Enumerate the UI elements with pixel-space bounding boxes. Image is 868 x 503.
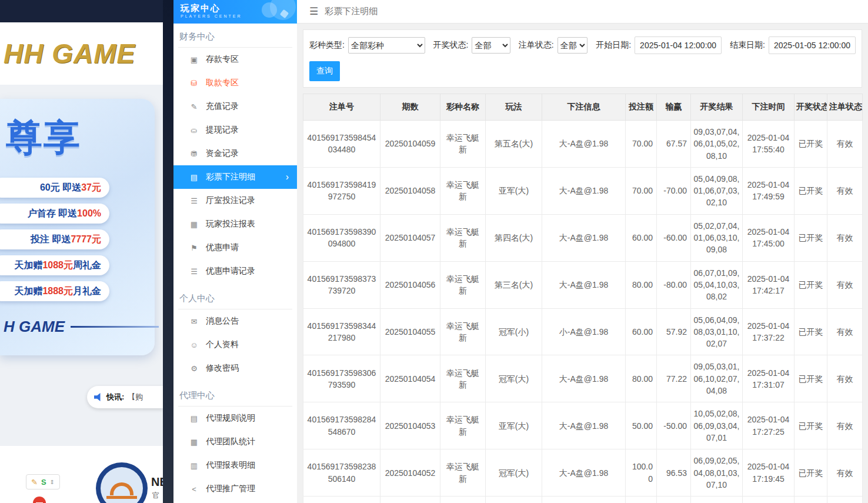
chart-grid-icon: ▦ <box>189 438 199 447</box>
edit-icon[interactable]: ✎ <box>31 478 38 487</box>
sidebar-item[interactable]: ⛀提现记录 <box>173 118 297 142</box>
cell-win-loss: 96.53 <box>657 449 691 497</box>
bet-status-select[interactable]: 全部 <box>557 37 588 54</box>
bet-records-table-wrap: 注单号期数彩种名称玩法下注信息投注额输赢开奖结果下注时间开奖状态注单状态 401… <box>303 94 862 503</box>
banner-footer: H GAME <box>4 318 159 336</box>
start-date-label: 开始日期: <box>596 40 631 51</box>
query-button[interactable]: 查询 <box>309 61 340 81</box>
cell-draw-status: 已开奖 <box>794 261 827 308</box>
share-icon: < <box>189 485 199 494</box>
sidebar-item[interactable]: ⛁取款专区 <box>173 71 297 95</box>
sidebar-section-title: 个人中心 <box>178 285 292 309</box>
cell-time: 2025-01-04 17:15:38 <box>743 497 794 503</box>
table-row: 40156917359834421798020250104055幸运飞艇新冠军(… <box>303 308 863 355</box>
cell-amount: 80.00 <box>626 355 657 402</box>
news-ticker[interactable]: 快讯: 【购 <box>87 386 163 408</box>
chevron-right-icon: › <box>286 172 289 182</box>
site-top-navbar <box>0 0 163 22</box>
cell-bet-status: 有效 <box>827 497 863 503</box>
sidebar-item[interactable]: ⚙修改密码 <box>173 357 297 380</box>
cell-bet-no: 401569173598238506140 <box>303 449 380 497</box>
gear-icon: ⚙ <box>189 364 199 373</box>
menu-list-icon: ☰ <box>189 196 199 205</box>
pen-icon: ✎ <box>189 102 199 111</box>
background-site: HH GAME 尊享 60元 即送37元户首存 即送100%投注 即送7777元… <box>0 0 163 503</box>
draw-status-select[interactable]: 全部 <box>472 37 510 54</box>
cell-win-loss: 77.22 <box>657 355 691 402</box>
cell-amount: 70.00 <box>626 121 657 168</box>
end-date-input[interactable] <box>769 36 856 54</box>
table-row: 40156917359828454867020250104053幸运飞艇新亚军(… <box>303 402 863 449</box>
cell-draw-status: 已开奖 <box>794 402 827 449</box>
table-row: 40156917359845403448020250104059幸运飞艇新第五名… <box>303 121 863 168</box>
sidebar-item[interactable]: ▦代理团队统计 <box>173 430 297 454</box>
sidebar-section-title: 代理中心 <box>178 382 292 407</box>
sidebar-item[interactable]: ▣存款专区 <box>173 48 297 71</box>
team-logo-icon <box>96 462 148 503</box>
cell-time: 2025-01-04 17:45:00 <box>743 214 794 261</box>
sidebar-item-label: 厅室投注记录 <box>206 195 255 206</box>
team-name: NE <box>151 475 163 489</box>
flag-icon: ⚑ <box>189 244 199 252</box>
cell-time: 2025-01-04 17:27:25 <box>743 402 794 449</box>
floating-toolbar[interactable]: ✎ S ⇕ <box>26 474 60 489</box>
card-icon: ▣ <box>189 55 199 64</box>
sidebar-item[interactable]: ☺个人资料 <box>173 333 297 357</box>
sidebar-item-label: 提现记录 <box>206 125 239 135</box>
s-logo-icon[interactable]: S <box>41 478 46 487</box>
cell-lottery: 幸运飞艇新 <box>440 214 486 261</box>
cell-period: 20250104058 <box>380 167 440 214</box>
coins-icon: ⛁ <box>189 79 199 88</box>
cell-bet-status: 有效 <box>827 449 863 497</box>
lottery-type-select[interactable]: 全部彩种 <box>348 37 425 54</box>
table-row: 40156917359841997275020250104058幸运飞艇新亚军(… <box>303 167 863 214</box>
cell-bet-no: 401569173598373739720 <box>303 261 380 308</box>
cell-lottery: 幸运飞艇新 <box>440 355 486 402</box>
sidebar-item[interactable]: ✉消息公告 <box>173 309 297 333</box>
cell-draw-status: 已开奖 <box>794 308 827 355</box>
cell-play: 亚军(大) <box>486 402 542 449</box>
column-header: 输赢 <box>657 94 691 121</box>
site-footer-card: NE 官 <box>0 446 163 503</box>
cell-draw-status: 已开奖 <box>794 497 827 503</box>
promo-pill[interactable]: 60元 即送37元 <box>0 178 109 198</box>
sidebar-item[interactable]: ▤代理规则说明 <box>173 407 297 430</box>
sidebar-item[interactable]: ▦玩家投注报表 <box>173 212 297 236</box>
sidebar-item-label: 彩票下注明细 <box>206 172 255 182</box>
sidebar-item-label: 优惠申请记录 <box>206 266 255 277</box>
promo-pill[interactable]: 天加赠1888元月礼金 <box>0 281 109 301</box>
promo-pill-prefix: 天加赠 <box>14 259 42 272</box>
sidebar-item[interactable]: ⛃资金记录 <box>173 142 297 165</box>
promo-pill[interactable]: 投注 即送7777元 <box>0 229 109 249</box>
scroll-arrows-icon[interactable]: ⇕ <box>50 479 55 485</box>
sidebar-item-label: 优惠申请 <box>206 242 239 253</box>
cell-result: 06,09,02,05,04,08,01,03,07,10 <box>691 449 743 497</box>
promo-pill[interactable]: 天加赠1088元周礼金 <box>0 255 109 275</box>
column-header: 开奖状态 <box>794 94 827 121</box>
sidebar-item-label: 代理推广管理 <box>206 484 255 494</box>
sidebar-section: 个人中心✉消息公告☺个人资料⚙修改密码 <box>173 285 297 382</box>
sidebar-item[interactable]: ▤彩票下注明细› <box>173 165 297 189</box>
sidebar-item[interactable]: ▥代理报表明细 <box>173 454 297 477</box>
sidebar-item[interactable]: <代理推广管理 <box>173 477 297 501</box>
lottery-type-label: 彩种类型: <box>309 40 345 51</box>
promo-pill[interactable]: 户首存 即送100% <box>0 204 109 224</box>
sidebar-section: 财务中心▣存款专区⛁取款专区✎充值记录⛀提现记录⛃资金记录▤彩票下注明细›☰厅室… <box>173 24 297 285</box>
sidebar-item[interactable]: ⚑优惠申请 <box>173 236 297 259</box>
speaker-icon <box>94 393 103 401</box>
cell-period: 20250104052 <box>380 449 440 497</box>
column-header: 注单状态 <box>827 94 863 121</box>
cell-time: 2025-01-04 17:19:45 <box>743 449 794 497</box>
report-grid-icon: ▦ <box>189 220 199 229</box>
cell-result: 04,09,10,01,02,03,05,07,06,08 <box>691 497 743 503</box>
hamburger-menu-icon[interactable]: ☰ <box>309 5 318 18</box>
cell-lottery: 幸运飞艇新 <box>440 402 486 449</box>
sidebar-item[interactable]: ✎充值记录 <box>173 95 297 118</box>
cell-win-loss: -50.00 <box>657 402 691 449</box>
promo-pill-suffix: 月礼金 <box>73 285 101 298</box>
cell-period: 20250104053 <box>380 402 440 449</box>
cell-amount: 60.00 <box>626 214 657 261</box>
start-date-input[interactable] <box>635 36 722 54</box>
sidebar-item[interactable]: ☰厅室投注记录 <box>173 189 297 212</box>
sidebar-item[interactable]: ☰优惠申请记录 <box>173 259 297 283</box>
